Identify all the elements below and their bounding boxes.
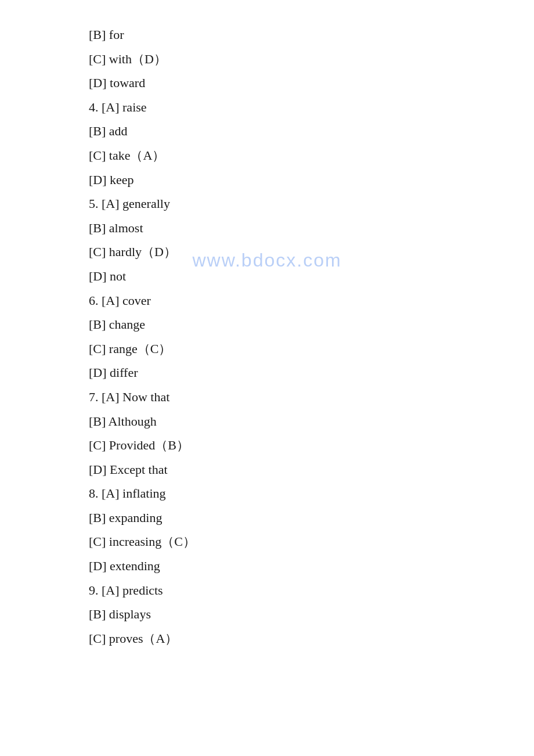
list-item: 6. [A] cover xyxy=(89,289,445,312)
list-item: [B] add xyxy=(89,120,445,143)
list-item: [C] increasing（C） xyxy=(89,530,445,553)
list-item: [B] for xyxy=(89,23,445,46)
list-item: 4. [A] raise xyxy=(89,96,445,119)
list-item: [B] expanding xyxy=(89,506,445,530)
list-item: 9. [A] predicts xyxy=(89,579,445,602)
main-content: [B] for[C] with（D）[D] toward4. [A] raise… xyxy=(0,0,534,674)
list-item: [B] Although xyxy=(89,410,445,433)
list-item: [C] proves（A） xyxy=(89,627,445,650)
list-item: [D] extending xyxy=(89,555,445,578)
list-item: [C] take（A） xyxy=(89,144,445,167)
list-item: [B] almost xyxy=(89,217,445,240)
list-item: 5. [A] generally xyxy=(89,192,445,215)
list-item: 8. [A] inflating xyxy=(89,482,445,505)
list-item: [D] keep xyxy=(89,168,445,192)
list-item: [D] differ xyxy=(89,361,445,384)
list-item: [C] range（C） xyxy=(89,337,445,361)
list-item: [D] toward xyxy=(89,71,445,95)
list-item: [B] displays xyxy=(89,603,445,626)
list-item: [D] not xyxy=(89,265,445,288)
list-item: [C] with（D） xyxy=(89,48,445,71)
list-item: [D] Except that xyxy=(89,458,445,481)
list-item: 7. [A] Now that xyxy=(89,386,445,409)
list-item: [C] Provided（B） xyxy=(89,434,445,457)
list-item: [B] change xyxy=(89,313,445,336)
list-item: [C] hardly（D） xyxy=(89,240,445,264)
